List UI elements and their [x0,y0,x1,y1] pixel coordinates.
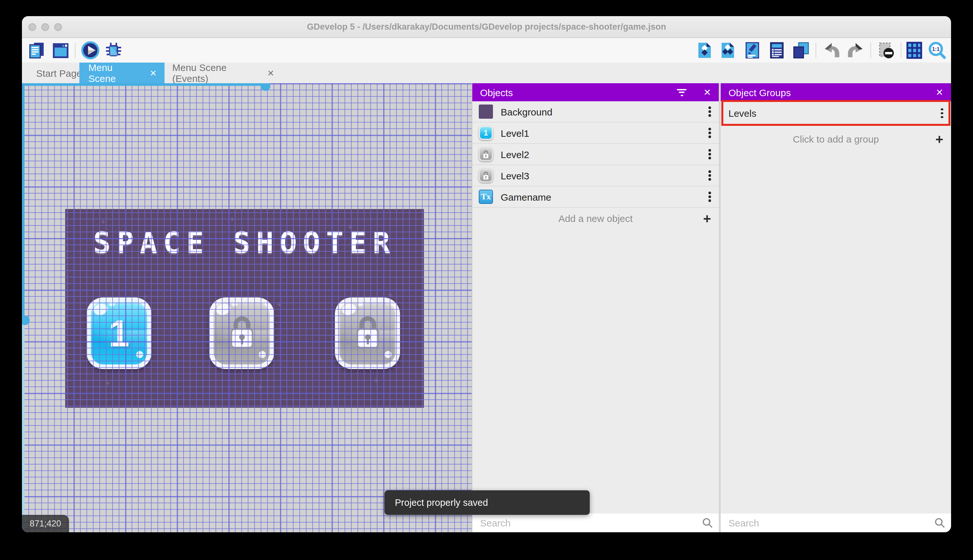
level1-button-instance[interactable]: 1 [87,297,152,369]
vertical-scrollbar[interactable] [22,83,25,320]
object-label: Background [501,106,701,117]
text-object-thumbnail: Tx [479,190,493,204]
tab-menu-scene[interactable]: Menu Scene ✕ [79,63,165,83]
layers-icon[interactable] [791,41,810,60]
close-icon[interactable]: ✕ [259,68,282,78]
toolbar-divider [870,43,871,58]
grid-icon[interactable] [905,41,924,60]
groups-search-input[interactable] [721,513,951,532]
star-decal: + [101,217,105,227]
scene-title-text: SPACE SHOOTER [65,226,424,260]
gdevelop-window: GDevelop 5 - /Users/dkarakay/Documents/G… [22,16,951,532]
background-thumbnail [479,105,493,119]
main-area: SPACE SHOOTER + + + + + + + + + 1 [22,83,951,532]
star-decal: + [388,290,393,299]
kebab-menu-icon[interactable] [701,124,719,142]
undo-icon[interactable] [822,41,841,60]
add-new-object-button[interactable]: Add a new object + [472,208,719,229]
zoom-fit-icon[interactable]: 1:1 [927,41,946,60]
debug-icon[interactable] [104,41,123,60]
lock-icon [353,313,382,352]
shine-dot [385,351,392,358]
tab-label: Menu Scene [88,62,142,84]
add-group-button[interactable]: Click to add a group + [721,128,951,150]
shine-dot [232,302,237,307]
object-row-level2[interactable]: Level2 [472,144,719,165]
object-label: Gamename [501,191,701,202]
star-decal: + [230,214,235,224]
locked-thumbnail [479,147,493,161]
search-icon [702,517,713,528]
project-manager-icon[interactable] [27,41,47,60]
save-toast: Project properly saved [385,490,590,515]
kebab-menu-icon[interactable] [701,103,719,121]
titlebar: GDevelop 5 - /Users/dkarakay/Documents/G… [22,16,951,38]
plus-icon[interactable]: + [935,131,943,147]
tab-label: Menu Scene (Events) [172,62,259,84]
level2-button-instance[interactable] [209,297,274,369]
tab-label: Start Page [36,67,82,78]
instances-list-icon[interactable] [767,41,786,60]
level3-button-instance[interactable] [335,297,400,369]
zoom-ratio-label: 1:1 [932,46,940,52]
object-groups-panel-icon[interactable] [718,41,738,60]
screenshot-stage: GDevelop 5 - /Users/dkarakay/Documents/G… [0,0,973,560]
toolbar: 1:1 [22,38,951,63]
object-groups-panel-header: Object Groups ✕ [721,83,951,101]
objects-search-input[interactable] [472,513,719,532]
redo-icon[interactable] [846,41,865,60]
level-number: 1 [91,302,147,365]
toast-message: Project properly saved [395,497,488,508]
close-icon[interactable]: ✕ [936,87,943,97]
group-row-levels[interactable]: Levels [721,103,951,125]
objects-panel: Objects ✕ Background 1 Level1 Level2 [472,83,719,532]
kebab-menu-icon[interactable] [701,188,719,206]
objects-search [472,513,719,532]
horizontal-scrollbar-thumb[interactable] [261,83,270,91]
app-scale-wrapper: GDevelop 5 - /Users/dkarakay/Documents/G… [0,0,973,560]
object-row-gamename[interactable]: Tx Gamename [472,187,719,208]
add-group-label: Click to add a group [721,133,951,145]
object-row-background[interactable]: Background [472,101,719,123]
scene-canvas[interactable]: SPACE SHOOTER + + + + + + + + + 1 [22,83,472,532]
kebab-menu-icon[interactable] [701,145,719,163]
star-decal: + [105,378,110,388]
shine-dot [259,351,266,358]
play-icon[interactable] [81,41,100,60]
lock-icon [227,313,257,352]
star-decal: + [373,375,378,385]
groups-search [721,513,951,532]
toolbar-divider [816,43,816,58]
objects-panel-icon[interactable] [695,41,714,60]
object-groups-panel: Object Groups ✕ Levels Click to add a gr… [721,83,951,532]
toggle-mask-icon[interactable] [876,41,896,60]
level1-thumbnail: 1 [479,126,493,140]
scene-editor-icon[interactable] [51,41,70,60]
vertical-scrollbar-thumb[interactable] [22,315,30,325]
kebab-menu-icon[interactable] [701,167,719,185]
star-decal: + [348,222,353,232]
close-icon[interactable]: ✕ [704,87,711,97]
shine-dot [357,302,363,307]
search-icon [934,517,945,528]
object-row-level1[interactable]: 1 Level1 [472,123,719,144]
plus-icon[interactable]: + [703,211,711,226]
object-label: Level1 [501,127,701,138]
panel-title: Object Groups [728,87,936,98]
tab-menu-scene-events[interactable]: Menu Scene (Events) ✕ [165,63,282,83]
kebab-menu-icon[interactable] [933,104,951,122]
scene-background-instance[interactable]: SPACE SHOOTER + + + + + + + + + 1 [65,209,424,408]
object-row-level3[interactable]: Level3 [472,165,719,187]
object-label: Level3 [501,170,701,181]
add-object-label: Add a new object [472,213,719,224]
properties-icon[interactable] [743,41,762,60]
star-decal: + [257,382,262,392]
close-icon[interactable]: ✕ [142,68,165,78]
horizontal-scrollbar[interactable] [22,83,266,86]
object-label: Level2 [501,149,701,160]
tab-bar: Start Page Menu Scene ✕ Menu Scene (Even… [22,63,951,83]
locked-thumbnail [479,168,493,183]
objects-panel-header: Objects ✕ [472,83,719,101]
group-label: Levels [728,108,933,119]
filter-icon[interactable] [677,89,687,96]
